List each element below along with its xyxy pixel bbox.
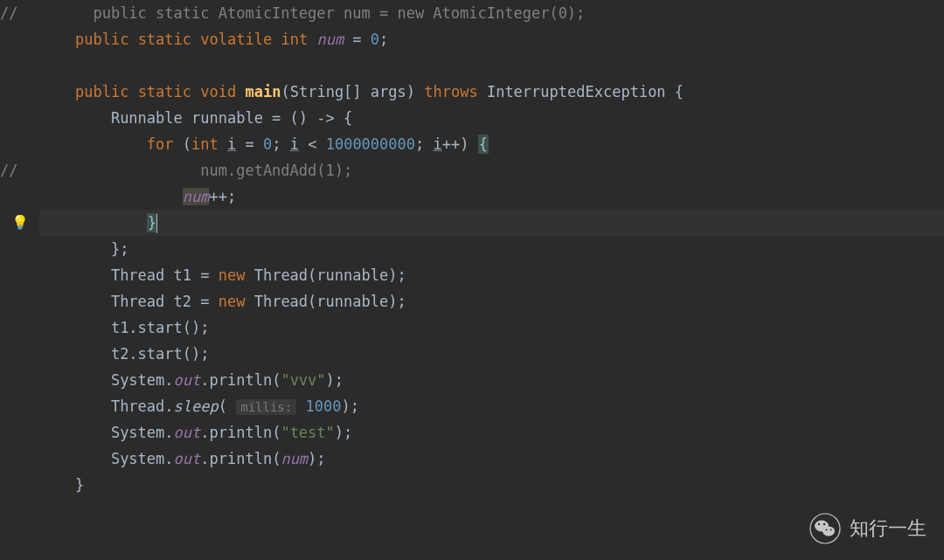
gutter-row (0, 341, 39, 367)
svg-point-4 (823, 523, 825, 525)
code-text: ) (406, 83, 424, 100)
code-line-empty[interactable] (39, 52, 944, 79)
keyword-throws: throws (424, 83, 477, 100)
code-text: Runnable runnable = () -> { (111, 109, 352, 127)
code-text: ( (219, 398, 236, 415)
code-text: Thread. (111, 398, 174, 415)
gutter-row (0, 288, 39, 315)
number-literal: 0 (371, 31, 379, 48)
editor-gutter: 💡 (0, 0, 39, 560)
code-text: < (299, 135, 326, 153)
parameter-hint: millis: (236, 399, 296, 415)
code-line[interactable]: for (int i = 0; i < 1000000000; i++) { (39, 131, 944, 157)
comment-text: public static AtomicInteger num = new At… (57, 4, 585, 22)
keyword-static: static (138, 83, 191, 100)
static-field: out (174, 424, 201, 441)
wechat-icon (809, 513, 841, 544)
code-text: InterruptedException { (478, 83, 684, 100)
code-line[interactable]: t1.start(); (39, 315, 944, 341)
code-text: Thread t1 = (111, 266, 219, 284)
code-line[interactable]: public static void main(String[] args) t… (39, 79, 944, 105)
code-line[interactable]: t2.start(); (39, 341, 944, 367)
code-line[interactable]: // public static AtomicInteger num = new… (39, 0, 944, 26)
svg-point-5 (826, 529, 828, 531)
code-text: ); (341, 398, 358, 415)
comment-text: num.getAndAdd(1); (57, 162, 352, 179)
gutter-row (0, 446, 39, 472)
gutter-row (0, 262, 39, 288)
gutter-row (0, 393, 39, 419)
code-text: = (236, 135, 263, 153)
svg-point-2 (823, 527, 835, 536)
code-text: System. (111, 424, 174, 441)
keyword-volatile: volatile (200, 31, 272, 48)
keyword-int: int (281, 31, 308, 48)
method-name: main (246, 83, 281, 100)
number-literal: 1000000000 (326, 135, 415, 153)
gutter-row (0, 472, 39, 498)
intention-bulb-icon[interactable]: 💡 (11, 210, 29, 236)
code-text: .println( (200, 450, 281, 467)
string-literal: "test" (281, 424, 334, 441)
svg-point-6 (830, 529, 832, 531)
string-literal: "vvv" (281, 371, 325, 389)
code-text: Thread(runnable); (245, 266, 406, 284)
code-line[interactable]: System.out.println("test"); (39, 419, 944, 446)
code-text: t2.start(); (111, 345, 210, 363)
variable-i: i (290, 135, 299, 153)
text-caret (156, 214, 157, 233)
code-text: Thread(runnable); (245, 293, 406, 310)
number-literal: 1000 (296, 398, 341, 415)
gutter-row (0, 315, 39, 341)
code-text: ( (281, 83, 289, 100)
gutter-row (0, 52, 39, 79)
code-line[interactable]: // num.getAndAdd(1); (39, 157, 944, 183)
code-line-caret[interactable]: } (39, 210, 944, 236)
code-text: ; (415, 135, 433, 153)
keyword-new: new (219, 293, 246, 310)
code-text: ); (326, 371, 344, 389)
code-content[interactable]: // public static AtomicInteger num = new… (39, 0, 944, 560)
svg-point-3 (818, 523, 820, 525)
gutter-row (0, 105, 39, 131)
code-line[interactable]: num++; (39, 183, 944, 210)
brace-open: { (478, 135, 489, 154)
code-line[interactable]: System.out.println("vvv"); (39, 367, 944, 393)
code-line[interactable]: Runnable runnable = () -> { (39, 105, 944, 131)
static-field: out (174, 450, 201, 467)
static-method: sleep (174, 398, 219, 415)
keyword-for: for (147, 135, 174, 153)
code-text: ( (174, 135, 191, 153)
code-line[interactable]: public static volatile int num = 0; (39, 26, 944, 52)
code-line[interactable]: Thread t1 = new Thread(runnable); (39, 262, 944, 288)
keyword-void: void (200, 83, 236, 100)
code-line[interactable]: } (39, 472, 944, 498)
code-text: .println( (200, 424, 281, 441)
watermark-text: 知行一生 (850, 515, 927, 542)
code-line[interactable]: }; (39, 236, 944, 262)
code-line[interactable]: Thread.sleep( millis: 1000); (39, 393, 944, 419)
code-text: Thread t2 = (111, 293, 219, 310)
comment-marker: // (0, 4, 17, 22)
keyword-public: public (75, 31, 128, 48)
code-text: System. (111, 371, 174, 389)
gutter-row (0, 236, 39, 262)
code-text: ; (272, 135, 289, 153)
field-name: num (316, 31, 344, 48)
code-text: ++; (209, 188, 236, 205)
gutter-row (0, 419, 39, 446)
keyword-new: new (219, 266, 246, 284)
code-text: t1.start(); (111, 319, 210, 336)
gutter-row (0, 367, 39, 393)
code-text: System. (111, 450, 174, 467)
keyword-int: int (191, 135, 219, 153)
code-text: ++) (442, 135, 478, 153)
code-text: .println( (200, 371, 281, 389)
code-text: ); (335, 424, 352, 441)
code-text: }; (111, 240, 128, 258)
gutter-row: 💡 (0, 210, 39, 236)
code-line[interactable]: Thread t2 = new Thread(runnable); (39, 288, 944, 315)
code-editor[interactable]: 💡 // public static AtomicInteger num = n… (0, 0, 944, 560)
comment-marker: // (0, 162, 17, 179)
code-line[interactable]: System.out.println(num); (39, 446, 944, 472)
